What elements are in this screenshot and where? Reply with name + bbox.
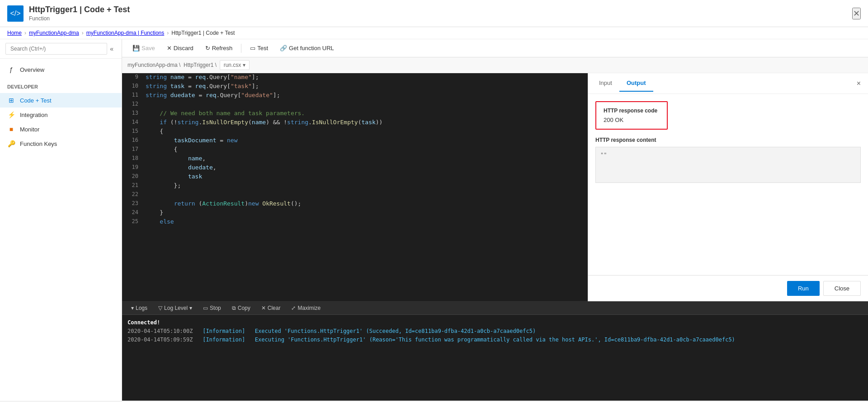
code-line-16: 16 taskDocument = new: [122, 136, 588, 145]
toolbar: 💾 Save ✕ Discard ↻ Refresh ▭ Test 🔗 Get …: [122, 39, 868, 57]
breadcrumb-functions[interactable]: myFunctionApp-dma | Functions: [86, 30, 165, 36]
test-icon: ▭: [250, 45, 255, 51]
file-name: run.csx: [224, 62, 241, 68]
right-panel-content: HTTP response code 200 OK HTTP response …: [588, 94, 868, 275]
app-icon: </>: [7, 5, 24, 22]
copy-icon: ⧉: [232, 305, 236, 311]
code-line-17: 17 {: [122, 145, 588, 154]
sidebar-item-function-keys[interactable]: 🔑 Function Keys: [0, 136, 122, 151]
breadcrumb: Home › myFunctionApp-dma › myFunctionApp…: [0, 27, 868, 39]
code-line-25: 25 else: [122, 218, 588, 227]
save-icon: 💾: [132, 45, 140, 51]
editor-breadcrumb: myFunctionApp-dma \ HttpTrigger1 \ run.c…: [122, 57, 868, 73]
editor-app-name: myFunctionApp-dma: [127, 62, 178, 68]
function-keys-icon: 🔑: [7, 140, 15, 147]
right-panel-header: Input Output ×: [588, 73, 868, 94]
log-line-1: 2020-04-14T05:10:00Z [Information] Execu…: [127, 327, 863, 336]
top-bar: </> HttpTrigger1 | Code + Test Function …: [0, 0, 868, 27]
top-bar-close-button[interactable]: ✕: [852, 8, 861, 19]
code-line-13: 13 // We need both name and task paramet…: [122, 109, 588, 118]
http-response-code-value: 200 OK: [604, 117, 660, 123]
breadcrumb-sep-3: ›: [167, 30, 169, 36]
sidebar-nav: ƒ Overview Developer ⊞ Code + Test ⚡ Int…: [0, 59, 122, 154]
sidebar-item-label: Function Keys: [20, 140, 57, 147]
run-button[interactable]: Run: [787, 281, 820, 296]
refresh-button[interactable]: ↻ Refresh: [200, 42, 238, 54]
code-line-23: 23 return (ActionResult)new OkResult();: [122, 200, 588, 209]
breadcrumb-current: HttpTrigger1 | Code + Test: [171, 30, 235, 36]
code-test-icon: ⊞: [7, 97, 15, 104]
http-response-content-label: HTTP response content: [595, 137, 861, 143]
code-line-10: 10 string task = req.Query["task"];: [122, 82, 588, 91]
maximize-icon: ⤢: [291, 305, 296, 311]
top-bar-info: HttpTrigger1 | Code + Test Function: [29, 5, 130, 22]
code-line-19: 19 duedate,: [122, 164, 588, 173]
filter-icon: ▽: [158, 305, 162, 311]
chevron-down-icon-2: ▾: [189, 305, 192, 311]
code-line-12: 12: [122, 100, 588, 109]
breadcrumb-app[interactable]: myFunctionApp-dma: [29, 30, 79, 36]
code-line-11: 11 string duedate = req.Query["duedate"]…: [122, 91, 588, 100]
sidebar-item-integration[interactable]: ⚡ Integration: [0, 108, 122, 122]
log-connected-line: Connected!: [127, 318, 863, 327]
right-panel-tabs: Input Output: [592, 75, 853, 92]
code-editor[interactable]: 9 string name = req.Query["name"]; 10 st…: [122, 73, 588, 301]
http-response-code-label: HTTP response code: [604, 108, 660, 114]
code-line-15: 15 {: [122, 127, 588, 136]
chevron-down-icon: ▾: [243, 62, 245, 68]
sidebar-item-label: Integration: [20, 112, 47, 118]
code-line-9: 9 string name = req.Query["name"];: [122, 73, 588, 82]
http-response-code-box: HTTP response code 200 OK: [595, 101, 668, 130]
monitor-icon: ■: [7, 126, 15, 133]
page-title: HttpTrigger1 | Code + Test: [29, 5, 130, 14]
right-panel: Input Output × HTTP response code 200 OK…: [588, 73, 868, 301]
log-toolbar: ▾ Logs ▽ Log Level ▾ ▭ Stop ⧉ Copy ✕: [122, 302, 868, 315]
editor-function-name: HttpTrigger1: [184, 62, 213, 68]
code-line-21: 21 };: [122, 182, 588, 191]
copy-button[interactable]: ⧉ Copy: [228, 304, 254, 313]
right-panel-close-button[interactable]: ×: [853, 76, 864, 91]
code-line-14: 14 if (!string.IsNullOrEmpty(name) && !s…: [122, 118, 588, 127]
test-button[interactable]: ▭ Test: [245, 42, 273, 54]
code-line-24: 24 }: [122, 209, 588, 218]
log-line-2: 2020-04-14T05:09:59Z [Information] Execu…: [127, 336, 863, 344]
sidebar-item-monitor[interactable]: ■ Monitor: [0, 122, 122, 136]
link-icon: 🔗: [280, 45, 287, 51]
sidebar-item-code-test[interactable]: ⊞ Code + Test: [0, 93, 122, 108]
file-selector[interactable]: run.csx ▾: [220, 60, 250, 70]
sidebar: « ƒ Overview Developer ⊞ Code + Test ⚡ I…: [0, 39, 122, 401]
sidebar-collapse-button[interactable]: «: [107, 45, 116, 52]
log-level-button[interactable]: ▽ Log Level ▾: [155, 304, 196, 313]
breadcrumb-sep-1: ›: [24, 30, 26, 36]
logs-toggle-button[interactable]: ▾ Logs: [127, 304, 151, 313]
content-area: 💾 Save ✕ Discard ↻ Refresh ▭ Test 🔗 Get …: [122, 39, 868, 401]
code-line-18: 18 name,: [122, 154, 588, 164]
save-button[interactable]: 💾 Save: [127, 42, 160, 54]
toolbar-separator: [241, 44, 241, 53]
code-line-20: 20 task: [122, 173, 588, 182]
discard-icon: ✕: [167, 45, 172, 51]
code-line-22: 22: [122, 191, 588, 200]
editor-sep-1: \: [178, 62, 184, 68]
sidebar-search-row: «: [0, 39, 122, 59]
close-button[interactable]: Close: [823, 281, 861, 296]
clear-button[interactable]: ✕ Clear: [258, 304, 284, 313]
breadcrumb-sep-2: ›: [82, 30, 84, 36]
search-input[interactable]: [5, 43, 107, 55]
tab-output[interactable]: Output: [619, 75, 653, 92]
get-function-url-button[interactable]: 🔗 Get function URL: [275, 42, 339, 54]
editor-sep-2: \: [213, 62, 219, 68]
stop-button[interactable]: ▭ Stop: [199, 304, 225, 313]
sidebar-item-label: Overview: [20, 66, 44, 73]
http-response-content-box: "": [595, 147, 861, 183]
tab-input[interactable]: Input: [592, 75, 619, 92]
sidebar-item-label: Monitor: [20, 126, 39, 133]
sidebar-item-overview[interactable]: ƒ Overview: [0, 62, 122, 77]
maximize-button[interactable]: ⤢ Maximize: [288, 304, 324, 313]
page-subtitle: Function: [29, 15, 130, 22]
breadcrumb-home[interactable]: Home: [7, 30, 22, 36]
discard-button[interactable]: ✕ Discard: [162, 42, 198, 54]
main-layout: « ƒ Overview Developer ⊞ Code + Test ⚡ I…: [0, 39, 868, 401]
sidebar-item-label: Code + Test: [20, 97, 52, 104]
log-panel: ▾ Logs ▽ Log Level ▾ ▭ Stop ⧉ Copy ✕: [122, 301, 868, 401]
